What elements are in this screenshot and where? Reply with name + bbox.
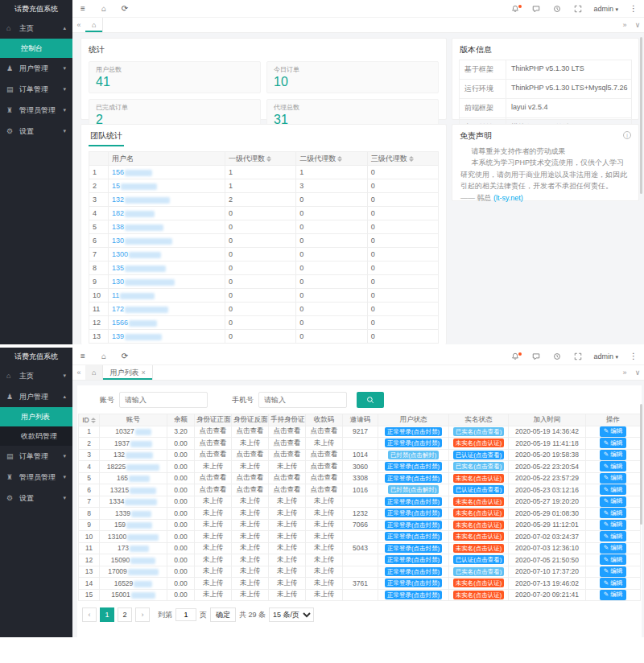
- search-button[interactable]: [357, 392, 384, 408]
- username-link[interactable]: 11: [112, 291, 119, 299]
- edit-button[interactable]: ✎ 编辑: [600, 578, 626, 588]
- edit-button[interactable]: ✎ 编辑: [600, 590, 626, 600]
- prev-page-button[interactable]: ‹: [82, 607, 97, 622]
- user-status-badge[interactable]: 已封禁(点击解封): [388, 485, 440, 494]
- username-link[interactable]: 130: [112, 237, 124, 245]
- goto-confirm-button[interactable]: 确定: [210, 607, 236, 622]
- tabs-collapse-left-icon[interactable]: «: [72, 365, 85, 380]
- edit-button[interactable]: ✎ 编辑: [600, 554, 626, 565]
- real-status-badge[interactable]: 未实名(点击认证): [453, 497, 505, 506]
- scrollbar[interactable]: [640, 37, 642, 194]
- username-link[interactable]: 15: [112, 182, 120, 190]
- sidebar-item-home[interactable]: ⌂ 主页 ▾: [0, 365, 72, 386]
- refresh-icon[interactable]: ⟳: [114, 352, 135, 360]
- username-link[interactable]: 156: [112, 168, 124, 176]
- tabs-collapse-left-icon[interactable]: «: [72, 18, 85, 32]
- next-page-button[interactable]: ›: [135, 607, 150, 622]
- user-status-badge[interactable]: 正常登录(点击封禁): [385, 591, 442, 599]
- edit-button[interactable]: ✎ 编辑: [600, 543, 626, 554]
- edit-button[interactable]: ✎ 编辑: [600, 426, 626, 437]
- edit-button[interactable]: ✎ 编辑: [600, 531, 626, 542]
- real-status-badge[interactable]: 未实名(点击认证): [453, 579, 505, 587]
- user-status-badge[interactable]: 正常登录(点击封禁): [385, 462, 442, 471]
- goto-page-input[interactable]: [175, 608, 196, 621]
- scrollbar[interactable]: [640, 404, 642, 525]
- tab-home[interactable]: ⌂: [85, 365, 103, 380]
- real-status-badge[interactable]: 已实名(点击查看): [453, 462, 505, 471]
- tabs-collapse-right-icon[interactable]: »: [618, 365, 631, 380]
- username-link[interactable]: 132: [112, 196, 124, 204]
- col-level3[interactable]: 三级代理数: [367, 152, 438, 166]
- real-status-badge[interactable]: 未实名(点击认证): [453, 532, 505, 541]
- more-icon[interactable]: ⋮: [623, 352, 644, 360]
- sidebar-item-user-list[interactable]: 用户列表: [0, 407, 72, 426]
- username-link[interactable]: 135: [112, 264, 124, 272]
- fullscreen-icon[interactable]: [568, 4, 588, 13]
- tab-user-list[interactable]: 用户列表 ×: [103, 365, 152, 380]
- edit-button[interactable]: ✎ 编辑: [600, 496, 626, 507]
- fullscreen-icon[interactable]: [568, 352, 588, 360]
- info-icon[interactable]: i: [623, 131, 631, 139]
- sidebar-item-console[interactable]: 控制台: [0, 39, 72, 58]
- tabs-menu-icon[interactable]: ∨: [631, 365, 644, 380]
- more-icon[interactable]: ⋮: [623, 4, 644, 13]
- username-link[interactable]: 1300: [112, 250, 128, 258]
- clear-cache-icon[interactable]: [547, 4, 568, 13]
- sidebar-item-settings[interactable]: ⚙ 设置 ▾: [0, 121, 72, 142]
- sidebar-item-orders[interactable]: ▤ 订单管理 ▾: [0, 79, 72, 100]
- user-status-badge[interactable]: 正常登录(点击封禁): [385, 532, 442, 541]
- user-status-badge[interactable]: 正常登录(点击封禁): [385, 555, 442, 564]
- phone-input[interactable]: [258, 392, 347, 408]
- edit-button[interactable]: ✎ 编辑: [600, 438, 626, 448]
- user-status-badge[interactable]: 正常登录(点击封禁): [385, 474, 442, 483]
- home-icon[interactable]: ⌂: [93, 4, 114, 13]
- per-page-select[interactable]: 15 条/页: [269, 607, 314, 622]
- sidebar-item-users[interactable]: ♟ 用户管理 ▾: [0, 58, 72, 79]
- real-status-badge[interactable]: 已认证(点击查看): [453, 451, 505, 459]
- page-button-1[interactable]: 1: [100, 607, 114, 622]
- real-status-badge[interactable]: 未实名(点击认证): [453, 509, 505, 517]
- user-status-badge[interactable]: 已封禁(点击解封): [388, 451, 440, 459]
- sidebar-item-users[interactable]: ♟ 用户管理 ▴: [0, 386, 72, 407]
- real-status-badge[interactable]: 已实名(点击查看): [453, 567, 505, 576]
- close-icon[interactable]: ×: [141, 369, 145, 377]
- tabs-menu-icon[interactable]: ∨: [631, 18, 644, 32]
- user-status-badge[interactable]: 正常登录(点击封禁): [385, 497, 442, 506]
- tab-home[interactable]: ⌂: [85, 18, 103, 32]
- username-link[interactable]: 172: [112, 305, 124, 313]
- sidebar-item-admins[interactable]: ♜ 管理员管理 ▾: [0, 467, 72, 488]
- refresh-icon[interactable]: ⟳: [114, 4, 135, 13]
- message-icon[interactable]: [526, 4, 547, 13]
- real-status-badge[interactable]: 已实名(点击查看): [453, 427, 505, 436]
- account-input[interactable]: [119, 392, 208, 408]
- edit-button[interactable]: ✎ 编辑: [600, 461, 626, 472]
- real-status-badge[interactable]: 已认证(点击查看): [453, 555, 505, 564]
- admin-dropdown[interactable]: admin ▾: [593, 5, 618, 13]
- username-link[interactable]: 139: [112, 332, 124, 340]
- username-link[interactable]: 138: [112, 223, 124, 231]
- sidebar-item-orders[interactable]: ▤ 订单管理 ▾: [0, 446, 72, 467]
- user-status-badge[interactable]: 正常登录(点击封禁): [385, 567, 442, 576]
- real-status-badge[interactable]: 未实名(点击认证): [453, 439, 505, 447]
- admin-dropdown[interactable]: admin ▾: [593, 352, 618, 360]
- tabs-collapse-right-icon[interactable]: »: [618, 18, 631, 32]
- user-status-badge[interactable]: 正常登录(点击封禁): [385, 509, 442, 517]
- sidebar-item-settings[interactable]: ⚙ 设置 ▾: [0, 488, 72, 509]
- bell-icon[interactable]: [505, 4, 526, 13]
- edit-button[interactable]: ✎ 编辑: [600, 450, 626, 460]
- user-status-badge[interactable]: 正常登录(点击封禁): [385, 427, 442, 436]
- user-status-badge[interactable]: 正常登录(点击封禁): [385, 439, 442, 447]
- edit-button[interactable]: ✎ 编辑: [600, 484, 626, 495]
- username-link[interactable]: 1566: [112, 319, 128, 327]
- real-status-badge[interactable]: 未实名(点击认证): [453, 474, 505, 483]
- column-header[interactable]: ID: [79, 414, 100, 426]
- sidebar-item-admins[interactable]: ♜ 管理员管理 ▾: [0, 100, 72, 121]
- col-level1[interactable]: 一级代理数: [225, 152, 296, 166]
- sidebar-item-payment-codes[interactable]: 收款码管理: [0, 426, 72, 446]
- user-status-badge[interactable]: 正常登录(点击封禁): [385, 521, 442, 529]
- user-status-badge[interactable]: 正常登录(点击封禁): [385, 579, 442, 587]
- clear-cache-icon[interactable]: [547, 352, 568, 360]
- real-status-badge[interactable]: 未实名(点击认证): [453, 591, 505, 599]
- username-link[interactable]: 182: [112, 209, 124, 217]
- user-status-badge[interactable]: 正常登录(点击封禁): [385, 544, 442, 553]
